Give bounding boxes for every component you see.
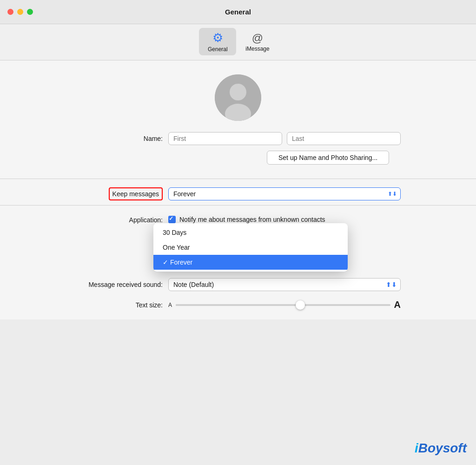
close-button[interactable]	[7, 9, 13, 15]
keep-messages-select-wrapper: 30 Days One Year Forever ⬆⬇	[168, 187, 401, 200]
name-row: Name:	[75, 132, 401, 145]
divider-middle	[0, 205, 476, 206]
watermark-text: Boysoft	[418, 441, 467, 455]
avatar[interactable]	[215, 74, 261, 121]
keep-messages-dropdown: 30 Days One Year Forever	[153, 223, 348, 272]
application-label: Application:	[75, 216, 168, 224]
keep-messages-row: Keep messages 30 Days One Year Forever ⬆…	[75, 187, 401, 200]
dropdown-item-30days[interactable]: 30 Days	[153, 225, 348, 240]
keep-messages-select[interactable]: 30 Days One Year Forever	[168, 187, 401, 200]
setup-name-photo-button[interactable]: Set up Name and Photo Sharing...	[267, 151, 389, 165]
text-size-slider-fill	[176, 304, 304, 306]
sound-select[interactable]: Note (Default)	[168, 278, 401, 291]
avatar-container	[215, 74, 261, 121]
watermark-i: i	[415, 441, 418, 455]
first-name-input[interactable]	[168, 132, 282, 145]
divider-top	[0, 179, 476, 179]
gear-icon: ⚙	[212, 31, 223, 45]
text-size-content: A A	[168, 299, 401, 310]
tab-general[interactable]: ⚙ General	[199, 28, 236, 55]
watermark: iBoysoft	[415, 441, 467, 456]
sound-row: Message received sound: Note (Default) ⬆…	[75, 278, 401, 291]
keep-messages-label: Keep messages	[109, 187, 163, 200]
tab-general-label: General	[208, 46, 228, 53]
sound-select-wrapper: Note (Default) ⬆⬇	[168, 278, 401, 291]
checkbox-notify-unknown[interactable]	[168, 216, 176, 223]
window-controls	[7, 9, 33, 15]
text-size-row: Text size: A A	[75, 299, 401, 310]
at-icon: @	[252, 32, 263, 45]
toolbar: ⚙ General @ iMessage	[0, 24, 476, 60]
dropdown-item-1year[interactable]: One Year	[153, 240, 348, 255]
maximize-button[interactable]	[27, 9, 33, 15]
name-label: Name:	[75, 135, 168, 142]
tab-imessage[interactable]: @ iMessage	[238, 29, 277, 55]
svg-point-1	[230, 84, 246, 100]
titlebar: General	[0, 0, 476, 24]
last-name-input[interactable]	[287, 132, 401, 145]
text-size-slider-track	[176, 304, 390, 306]
sound-label: Message received sound:	[75, 281, 168, 288]
keep-messages-label-box: Keep messages	[75, 187, 168, 200]
text-size-slider-thumb[interactable]	[296, 300, 305, 310]
checkbox-notify-unknown-line: Notify me about messages from unknown co…	[168, 216, 401, 223]
setup-btn-wrapper: Set up Name and Photo Sharing...	[75, 151, 401, 170]
dropdown-item-forever[interactable]: Forever	[153, 255, 348, 270]
text-size-label: Text size:	[75, 301, 168, 309]
minimize-button[interactable]	[17, 9, 23, 15]
text-size-small-a: A	[168, 302, 172, 308]
main-content: Name: Set up Name and Photo Sharing... K…	[0, 60, 476, 319]
name-inputs	[168, 132, 401, 145]
window-title: General	[225, 8, 251, 16]
text-size-large-a: A	[394, 299, 401, 310]
tab-imessage-label: iMessage	[245, 46, 269, 52]
checkbox-notify-unknown-label: Notify me about messages from unknown co…	[179, 216, 325, 223]
